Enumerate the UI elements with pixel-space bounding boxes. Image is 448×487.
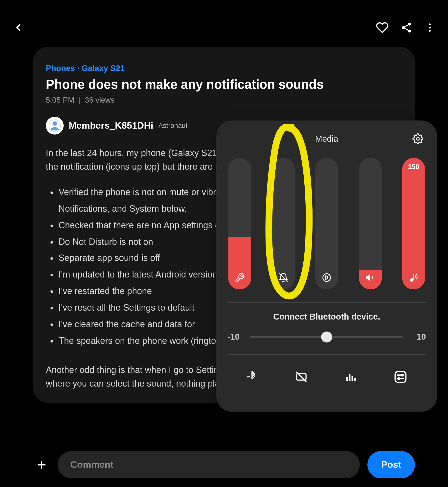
svg-point-2	[408, 30, 411, 33]
svg-rect-21	[395, 371, 406, 382]
slider-accessibility[interactable]	[228, 158, 251, 289]
volume-sliders: 150	[227, 158, 426, 289]
volume-panel: Media	[216, 120, 437, 412]
svg-point-7	[429, 30, 431, 32]
back-button[interactable]	[13, 22, 24, 33]
volume-panel-header: Media	[227, 133, 426, 149]
breadcrumb[interactable]: Phones · Galaxy S21	[46, 64, 402, 73]
audio-balance: -10 10	[227, 332, 426, 342]
bluetooth-connect-label[interactable]: Connect Bluetooth device.	[227, 312, 426, 322]
svg-point-1	[402, 26, 405, 29]
card-off-icon[interactable]	[295, 371, 308, 383]
balance-slider[interactable]	[250, 335, 403, 338]
svg-marker-13	[366, 275, 370, 280]
svg-point-14	[410, 278, 413, 281]
comment-bar: + Comment Post	[33, 451, 415, 478]
bell-off-icon	[278, 273, 288, 284]
svg-line-4	[405, 28, 408, 30]
slider-bixby[interactable]	[315, 158, 338, 289]
post-meta: 5:05 PM 36 views	[46, 96, 402, 105]
svg-point-5	[429, 23, 431, 25]
svg-point-0	[408, 23, 411, 26]
gear-icon[interactable]	[412, 133, 424, 144]
svg-point-6	[429, 27, 431, 28]
svg-point-12	[323, 274, 331, 281]
svg-rect-19	[352, 376, 353, 381]
share-icon[interactable]	[401, 22, 412, 34]
slider-value-label: 150	[402, 163, 425, 171]
slider-system[interactable]	[359, 158, 382, 289]
post-button[interactable]: Post	[368, 451, 415, 478]
equalizer-icon[interactable]	[344, 371, 357, 383]
music-note-icon	[408, 272, 419, 284]
settings-sliders-icon[interactable]	[393, 370, 408, 384]
slider-media[interactable]: 150	[402, 158, 425, 289]
avatar[interactable]	[46, 117, 64, 135]
svg-rect-17	[346, 377, 348, 381]
speaker-low-icon	[365, 273, 375, 284]
svg-point-10	[417, 138, 419, 140]
svg-rect-18	[349, 374, 350, 381]
post-views: 36 views	[85, 96, 114, 105]
svg-rect-20	[354, 378, 356, 381]
svg-point-23	[402, 374, 403, 376]
wrench-icon	[235, 273, 245, 284]
volume-panel-footer	[227, 364, 426, 390]
post-time: 5:05 PM	[46, 96, 74, 105]
top-bar	[0, 0, 448, 47]
balance-max: 10	[409, 332, 426, 342]
svg-point-8	[53, 121, 57, 126]
comment-placeholder: Comment	[70, 459, 113, 470]
breadcrumb-category[interactable]: Phones	[46, 64, 75, 72]
divider	[227, 354, 426, 355]
bixby-icon	[322, 273, 332, 284]
attach-icon[interactable]: +	[33, 456, 50, 474]
balance-thumb[interactable]	[321, 331, 332, 342]
author-rank: Astronaut	[158, 122, 188, 129]
bluetooth-pair-icon[interactable]	[246, 371, 258, 383]
heart-icon[interactable]	[376, 21, 388, 34]
svg-line-3	[405, 25, 408, 27]
more-icon[interactable]	[424, 22, 435, 33]
volume-panel-title: Media	[315, 134, 338, 143]
slider-notification[interactable]	[272, 158, 295, 289]
author-name[interactable]: Members_K851DHi	[69, 120, 153, 131]
divider	[227, 302, 426, 303]
balance-min: -10	[227, 332, 245, 342]
post-title: Phone does not make any notification sou…	[46, 77, 402, 92]
meta-divider	[79, 96, 80, 104]
breadcrumb-model[interactable]: Galaxy S21	[82, 64, 125, 72]
svg-point-25	[398, 378, 400, 379]
comment-input[interactable]: Comment	[58, 451, 360, 478]
